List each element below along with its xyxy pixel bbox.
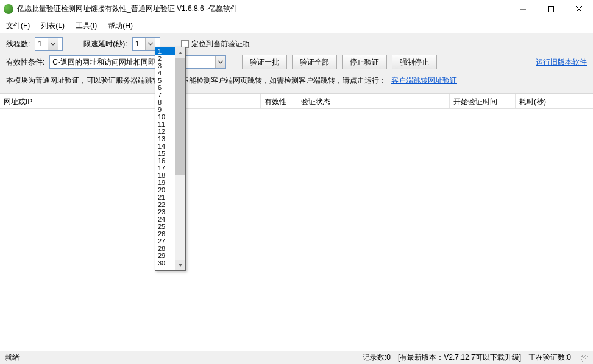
- window-title: 亿愿批量验证检测网址链接有效性_普通网址验证 V1.6.8.6 -亿愿软件: [17, 4, 238, 14]
- delay-label: 限速延时(秒):: [83, 39, 127, 49]
- menu-list[interactable]: 列表(L): [41, 21, 65, 31]
- dropdown-item[interactable]: 15: [155, 150, 175, 157]
- dropdown-item[interactable]: 14: [155, 142, 175, 150]
- dropdown-item[interactable]: 30: [155, 259, 175, 267]
- chevron-down-icon[interactable]: [215, 56, 225, 68]
- verify-all-button[interactable]: 验证全部: [292, 55, 337, 69]
- dropdown-item[interactable]: 21: [155, 194, 175, 201]
- dropdown-item[interactable]: 9: [155, 106, 175, 113]
- dropdown-item[interactable]: 24: [155, 215, 175, 223]
- menu-help[interactable]: 帮助(H): [108, 21, 133, 31]
- col-status[interactable]: 验证状态: [297, 94, 450, 108]
- table-area: 网址或IP 有效性 验证状态 开始验证时间 耗时(秒): [0, 94, 593, 351]
- condition-select[interactable]: C-返回的网址和访问网址相同即为有效: [49, 55, 226, 69]
- dropdown-item[interactable]: 26: [155, 230, 175, 237]
- dropdown-item[interactable]: 13: [155, 135, 175, 142]
- menu-tool[interactable]: 工具(I): [76, 21, 97, 31]
- dropdown-item[interactable]: 3: [155, 62, 175, 69]
- status-new-version: [有最新版本：V2.7.12.7可以下载升级]: [398, 352, 521, 363]
- dropdown-item[interactable]: 11: [155, 121, 175, 128]
- delay-value: 1: [133, 40, 145, 48]
- dropdown-item[interactable]: 20: [155, 186, 175, 194]
- dropdown-item[interactable]: 28: [155, 245, 175, 252]
- menu-file[interactable]: 文件(F): [6, 21, 30, 31]
- col-valid[interactable]: 有效性: [261, 94, 297, 108]
- info-text: 本模块为普通网址验证，可以验证服务器端跳转，但是不能检测客户端网页跳转，如需检测…: [6, 75, 386, 86]
- old-version-link[interactable]: 运行旧版本软件: [536, 57, 587, 68]
- close-button[interactable]: [565, 0, 593, 18]
- minimize-button[interactable]: [509, 0, 537, 18]
- statusbar: 就绪 记录数:0 [有最新版本：V2.7.12.7可以下载升级] 正在验证数:0: [0, 351, 593, 364]
- dropdown-item[interactable]: 25: [155, 223, 175, 230]
- dropdown-item[interactable]: 8: [155, 99, 175, 106]
- resize-grip-icon[interactable]: [578, 353, 588, 363]
- status-ready: 就绪: [5, 352, 20, 363]
- condition-value: C-返回的网址和访问网址相同即为有效: [50, 57, 215, 68]
- dropdown-item[interactable]: 12: [155, 128, 175, 135]
- chevron-down-icon[interactable]: [145, 38, 155, 50]
- col-duration[interactable]: 耗时(秒): [516, 94, 564, 108]
- verify-batch-button[interactable]: 验证一批: [242, 55, 287, 69]
- dropdown-list: 1234567891011121314151617181920212223242…: [155, 47, 175, 270]
- scroll-up-icon[interactable]: [175, 47, 185, 58]
- client-redirect-link[interactable]: 客户端跳转网址验证: [391, 75, 457, 86]
- status-verifying: 正在验证数:0: [528, 352, 571, 363]
- menubar: 文件(F) 列表(L) 工具(I) 帮助(H): [0, 18, 593, 33]
- threads-label: 线程数:: [6, 39, 30, 49]
- svg-rect-1: [549, 6, 554, 12]
- dropdown-item[interactable]: 10: [155, 113, 175, 121]
- dropdown-scrollbar[interactable]: [175, 47, 185, 270]
- scroll-track[interactable]: [175, 58, 185, 260]
- locate-checkbox[interactable]: 定位到当前验证项: [181, 39, 250, 49]
- locate-label: 定位到当前验证项: [191, 39, 250, 49]
- status-records: 记录数:0: [363, 352, 391, 363]
- stop-verify-button[interactable]: 停止验证: [342, 55, 387, 69]
- scroll-down-icon[interactable]: [175, 260, 185, 270]
- dropdown-item[interactable]: 18: [155, 172, 175, 179]
- chevron-down-icon[interactable]: [48, 38, 58, 50]
- dropdown-item[interactable]: 4: [155, 69, 175, 77]
- dropdown-item[interactable]: 29: [155, 252, 175, 259]
- dropdown-item[interactable]: 22: [155, 201, 175, 208]
- dropdown-item[interactable]: 6: [155, 84, 175, 91]
- dropdown-item[interactable]: 27: [155, 237, 175, 245]
- threads-value: 1: [35, 40, 48, 48]
- threads-select[interactable]: 1: [35, 37, 63, 51]
- app-icon: [4, 4, 13, 14]
- table-header: 网址或IP 有效性 验证状态 开始验证时间 耗时(秒): [0, 94, 593, 109]
- col-start[interactable]: 开始验证时间: [450, 94, 516, 108]
- toolbar: 线程数: 1 限速延时(秒): 1 定位到当前验证项 有效性条件: C-返回的网…: [0, 33, 593, 94]
- titlebar: 亿愿批量验证检测网址链接有效性_普通网址验证 V1.6.8.6 -亿愿软件: [0, 0, 593, 18]
- dropdown-item[interactable]: 1: [155, 47, 175, 55]
- dropdown-item[interactable]: 17: [155, 164, 175, 172]
- dropdown-item[interactable]: 19: [155, 179, 175, 186]
- dropdown-item[interactable]: 2: [155, 55, 175, 62]
- dropdown-item[interactable]: 5: [155, 77, 175, 84]
- condition-label: 有效性条件:: [6, 57, 44, 68]
- col-url[interactable]: 网址或IP: [0, 94, 261, 108]
- maximize-button[interactable]: [537, 0, 565, 18]
- scroll-thumb[interactable]: [175, 58, 185, 175]
- dropdown-item[interactable]: 16: [155, 157, 175, 164]
- dropdown-item[interactable]: 23: [155, 208, 175, 215]
- dropdown-item[interactable]: 7: [155, 91, 175, 99]
- force-stop-button[interactable]: 强制停止: [392, 55, 437, 69]
- delay-dropdown[interactable]: 1234567891011121314151617181920212223242…: [155, 47, 186, 271]
